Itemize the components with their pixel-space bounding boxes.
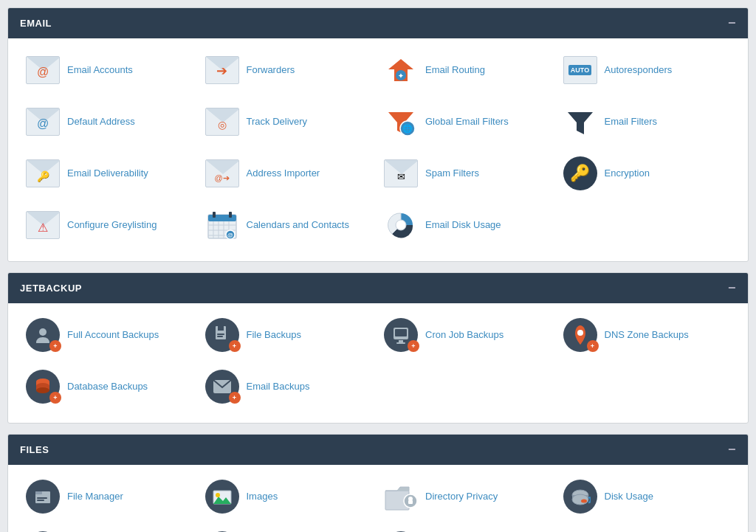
svg-point-43 bbox=[216, 493, 220, 497]
track-delivery-label: Track Delivery bbox=[247, 116, 308, 128]
cron-job-backups-icon: + bbox=[384, 318, 418, 352]
encryption-label: Encryption bbox=[605, 167, 650, 180]
jetbackup-items-grid: + Full Account Backups + bbox=[20, 311, 736, 411]
svg-text:🌐: 🌐 bbox=[402, 123, 413, 134]
email-deliverability-icon: 🔑 bbox=[26, 159, 60, 187]
dns-zone-backups-item[interactable]: + DNS Zone Backups bbox=[557, 311, 737, 359]
file-backups-item[interactable]: + File Backups bbox=[199, 311, 379, 359]
email-accounts-label: Email Accounts bbox=[67, 64, 133, 77]
database-backups-item[interactable]: + Database Backups bbox=[20, 362, 199, 411]
jetbackup-panel-header: JETBACKUP − bbox=[8, 273, 748, 303]
email-panel-title: EMAIL bbox=[20, 18, 52, 29]
disk-usage-icon bbox=[563, 480, 597, 514]
address-importer-label: Address Importer bbox=[247, 167, 320, 180]
images-label: Images bbox=[247, 491, 278, 503]
svg-rect-10 bbox=[229, 212, 232, 218]
email-items-grid: @ Email Accounts ➔ Forwarders bbox=[20, 46, 736, 249]
email-panel: EMAIL − @ Email Accounts ➔ F bbox=[7, 7, 749, 262]
email-accounts-item[interactable]: @ Email Accounts bbox=[20, 46, 199, 94]
anonymous-ftp-item[interactable]: Anonymous FTP bbox=[378, 524, 557, 532]
svg-rect-25 bbox=[217, 336, 223, 337]
web-disk-item[interactable]: Web Disk bbox=[20, 524, 199, 532]
jetbackup-panel-collapse[interactable]: − bbox=[728, 280, 736, 296]
svg-rect-9 bbox=[213, 212, 216, 218]
file-manager-item[interactable]: File Manager bbox=[20, 472, 199, 521]
email-panel-body: @ Email Accounts ➔ Forwarders bbox=[8, 38, 748, 261]
database-backups-label: Database Backups bbox=[67, 381, 148, 393]
dns-zone-backups-label: DNS Zone Backups bbox=[605, 329, 689, 342]
email-filters-item[interactable]: Email Filters bbox=[557, 97, 737, 146]
configure-greylisting-label: Configure Greylisting bbox=[67, 219, 157, 232]
spam-filters-label: Spam Filters bbox=[425, 167, 479, 180]
email-accounts-icon: @ bbox=[26, 56, 60, 84]
email-panel-header: EMAIL − bbox=[8, 8, 748, 38]
email-routing-label: Email Routing bbox=[425, 64, 485, 77]
files-panel-header: FILES − bbox=[8, 435, 748, 465]
directory-privacy-item[interactable]: Directory Privacy bbox=[378, 472, 557, 521]
email-disk-usage-item[interactable]: Email Disk Usage bbox=[378, 201, 557, 249]
email-disk-usage-label: Email Disk Usage bbox=[425, 219, 501, 232]
address-importer-item[interactable]: @➔ Address Importer bbox=[199, 149, 379, 198]
files-panel-body: File Manager Images bbox=[8, 465, 748, 532]
file-backups-icon: + bbox=[205, 318, 239, 352]
directory-privacy-label: Directory Privacy bbox=[425, 491, 498, 503]
svg-rect-38 bbox=[35, 491, 42, 494]
svg-rect-27 bbox=[395, 329, 407, 336]
encryption-icon: 🔑 bbox=[563, 156, 597, 190]
email-backups-label: Email Backups bbox=[247, 381, 310, 393]
file-manager-label: File Manager bbox=[67, 491, 123, 503]
backup-item[interactable]: Backup bbox=[557, 524, 737, 532]
svg-text:@: @ bbox=[227, 232, 233, 238]
global-email-filters-icon: 🌐 bbox=[384, 105, 418, 139]
svg-point-21 bbox=[39, 328, 47, 336]
svg-rect-39 bbox=[37, 497, 47, 499]
file-manager-icon bbox=[26, 480, 60, 514]
configure-greylisting-item[interactable]: ⚠ Configure Greylisting bbox=[20, 201, 199, 249]
disk-usage-label: Disk Usage bbox=[605, 491, 653, 503]
forwarders-icon: ➔ bbox=[205, 56, 239, 84]
email-routing-item[interactable]: ✦ Email Routing bbox=[378, 46, 557, 94]
email-panel-collapse[interactable]: − bbox=[728, 15, 736, 31]
track-delivery-item[interactable]: ◎ Track Delivery bbox=[199, 97, 379, 146]
email-deliverability-label: Email Deliverability bbox=[67, 167, 148, 180]
spam-filters-item[interactable]: ✉ Spam Filters bbox=[378, 149, 557, 198]
encryption-item[interactable]: 🔑 Encryption bbox=[557, 149, 737, 198]
forwarders-item[interactable]: ➔ Forwarders bbox=[199, 46, 379, 94]
ftp-accounts-item[interactable]: FTP Accounts bbox=[199, 524, 379, 532]
svg-point-50 bbox=[572, 494, 588, 505]
autoresponders-item[interactable]: AUTO Autoresponders bbox=[557, 46, 737, 94]
cron-job-backups-item[interactable]: + Cron Job Backups bbox=[378, 311, 557, 359]
jetbackup-panel-body: + Full Account Backups + bbox=[8, 303, 748, 423]
svg-point-20 bbox=[396, 220, 406, 230]
images-item[interactable]: Images bbox=[199, 472, 379, 521]
svg-point-30 bbox=[577, 330, 583, 336]
jetbackup-panel-title: JETBACKUP bbox=[20, 283, 82, 294]
full-account-backups-label: Full Account Backups bbox=[67, 329, 159, 342]
full-account-backups-icon: + bbox=[26, 318, 60, 352]
files-panel-collapse[interactable]: − bbox=[728, 442, 736, 457]
images-icon bbox=[205, 480, 239, 514]
disk-usage-item[interactable]: Disk Usage bbox=[557, 472, 737, 521]
email-deliverability-item[interactable]: 🔑 Email Deliverability bbox=[20, 149, 199, 198]
svg-rect-29 bbox=[396, 342, 405, 344]
file-backups-label: File Backups bbox=[247, 329, 301, 342]
default-address-item[interactable]: @ Default Address bbox=[20, 97, 199, 146]
svg-rect-8 bbox=[208, 215, 236, 221]
email-filters-icon bbox=[563, 105, 597, 139]
svg-rect-47 bbox=[408, 500, 413, 504]
full-account-backups-item[interactable]: + Full Account Backups bbox=[20, 311, 199, 359]
autoresponders-icon: AUTO bbox=[563, 56, 597, 84]
svg-text:✦: ✦ bbox=[398, 72, 404, 80]
global-email-filters-label: Global Email Filters bbox=[425, 116, 509, 128]
autoresponders-label: Autoresponders bbox=[605, 64, 673, 77]
calendars-contacts-item[interactable]: @ Calendars and Contacts bbox=[199, 201, 379, 249]
svg-rect-40 bbox=[37, 500, 44, 501]
calendars-contacts-icon: @ bbox=[205, 208, 239, 242]
global-email-filters-item[interactable]: 🌐 Global Email Filters bbox=[378, 97, 557, 146]
svg-marker-6 bbox=[568, 112, 593, 134]
default-address-icon: @ bbox=[26, 108, 60, 136]
email-backups-icon: + bbox=[205, 370, 239, 404]
email-backups-item[interactable]: + Email Backups bbox=[199, 362, 379, 411]
files-panel-title: FILES bbox=[20, 444, 49, 455]
spam-filters-icon: ✉ bbox=[384, 159, 418, 187]
